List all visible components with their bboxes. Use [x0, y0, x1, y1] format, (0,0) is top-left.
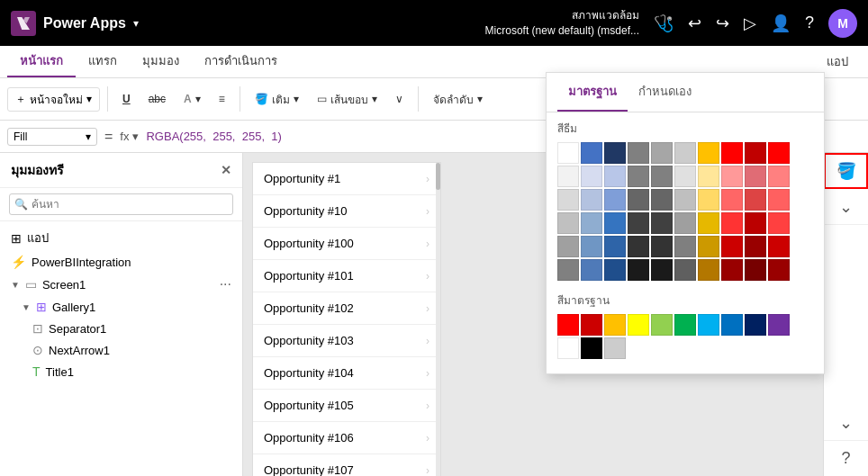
color-swatch[interactable]	[628, 189, 649, 211]
color-swatch[interactable]	[581, 212, 602, 234]
color-swatch[interactable]	[557, 337, 579, 359]
tree-search-input[interactable]	[9, 193, 233, 215]
color-swatch[interactable]	[557, 189, 579, 211]
color-swatch[interactable]	[628, 166, 649, 187]
color-swatch[interactable]	[651, 166, 673, 187]
tree-item-app[interactable]: ⊞ แอป	[0, 225, 242, 251]
scrollbar-thumb[interactable]	[436, 163, 440, 190]
align-button[interactable]: abc	[141, 90, 173, 108]
color-swatch[interactable]	[745, 189, 766, 211]
tree-item-pbi[interactable]: ⚡ PowerBIIntegration	[0, 251, 242, 273]
color-tab-standard[interactable]: มาตรฐาน	[557, 73, 628, 112]
chevron-down-right-icon[interactable]: ⌄	[824, 189, 868, 225]
color-swatch[interactable]	[604, 314, 626, 336]
tab-view[interactable]: มุมมอง	[130, 46, 192, 77]
tree-item-separator1[interactable]: ⊡ Separator1	[0, 318, 242, 339]
tab-home[interactable]: หน้าแรก	[7, 46, 76, 77]
app-logo[interactable]: Power Apps ▾	[11, 11, 139, 36]
color-swatch[interactable]	[768, 189, 790, 211]
avatar[interactable]: M	[828, 9, 857, 38]
color-swatch[interactable]	[651, 142, 673, 164]
color-swatch[interactable]	[745, 259, 766, 281]
color-swatch[interactable]	[581, 166, 602, 187]
color-swatch[interactable]	[581, 337, 602, 359]
tab-insert[interactable]: แทรก	[76, 46, 130, 77]
tab-action[interactable]: การดำเนินการ	[192, 46, 290, 77]
screen1-dots-menu[interactable]: ···	[220, 276, 231, 292]
color-swatch[interactable]	[651, 314, 673, 336]
list-item[interactable]: Opportunity #1›	[253, 163, 440, 195]
color-swatch[interactable]	[628, 259, 649, 281]
color-swatch[interactable]	[604, 236, 626, 257]
color-swatch[interactable]	[557, 236, 579, 257]
color-swatch[interactable]	[557, 142, 579, 164]
color-swatch[interactable]	[604, 189, 626, 211]
color-swatch[interactable]	[698, 189, 719, 211]
align-text-button[interactable]: ≡	[212, 90, 232, 108]
tree-item-screen1[interactable]: ▼ ▭ Screen1 ···	[0, 273, 242, 296]
color-swatch[interactable]	[674, 314, 696, 336]
list-item[interactable]: Opportunity #107›	[253, 454, 440, 476]
color-swatch[interactable]	[721, 212, 743, 234]
color-swatch[interactable]	[581, 314, 602, 336]
color-swatch[interactable]	[674, 166, 696, 187]
run-icon[interactable]: ▷	[744, 13, 756, 33]
color-swatch[interactable]	[651, 259, 673, 281]
color-swatch[interactable]	[745, 142, 766, 164]
color-swatch[interactable]	[745, 314, 766, 336]
collapse-bottom-icon[interactable]: ⌄	[824, 405, 868, 441]
color-swatch[interactable]	[721, 189, 743, 211]
color-swatch[interactable]	[628, 314, 649, 336]
more-button[interactable]: ∨	[388, 90, 411, 108]
redo-icon[interactable]: ↪	[716, 13, 729, 33]
color-swatch[interactable]	[768, 166, 790, 187]
color-swatch[interactable]	[581, 259, 602, 281]
color-swatch[interactable]	[674, 142, 696, 164]
tree-item-gallery1[interactable]: ▼ ⊞ Gallery1	[0, 296, 242, 318]
list-item[interactable]: Opportunity #10›	[253, 195, 440, 228]
color-swatch[interactable]	[604, 166, 626, 187]
list-item[interactable]: Opportunity #105›	[253, 390, 440, 422]
color-tab-custom[interactable]: กำหนดเอง	[628, 73, 702, 112]
border-button[interactable]: ▭ เส้นขอบ ▾	[310, 88, 384, 111]
user-icon[interactable]: 👤	[771, 13, 791, 33]
color-swatch[interactable]	[628, 236, 649, 257]
fill-button[interactable]: 🪣 เติม ▾	[248, 88, 306, 111]
color-swatch[interactable]	[721, 259, 743, 281]
help-icon[interactable]: ?	[805, 13, 814, 32]
color-swatch[interactable]	[721, 236, 743, 257]
list-item[interactable]: Opportunity #102›	[253, 292, 440, 325]
list-item[interactable]: Opportunity #101›	[253, 260, 440, 292]
undo-icon[interactable]: ↩	[688, 13, 701, 33]
fill-color-button[interactable]: 🪣	[824, 153, 868, 189]
color-swatch[interactable]	[674, 189, 696, 211]
color-swatch[interactable]	[768, 259, 790, 281]
color-swatch[interactable]	[674, 259, 696, 281]
chevron-down-icon[interactable]: ▾	[133, 17, 139, 30]
list-item[interactable]: Opportunity #103›	[253, 325, 440, 357]
color-swatch[interactable]	[581, 189, 602, 211]
color-swatch[interactable]	[745, 236, 766, 257]
color-swatch[interactable]	[721, 314, 743, 336]
color-swatch[interactable]	[721, 142, 743, 164]
color-swatch[interactable]	[721, 166, 743, 187]
color-swatch[interactable]	[581, 142, 602, 164]
help-right-icon[interactable]: ?	[824, 441, 868, 476]
color-swatch[interactable]	[674, 212, 696, 234]
health-icon[interactable]: 🩺	[654, 13, 674, 33]
color-swatch[interactable]	[674, 236, 696, 257]
color-swatch[interactable]	[698, 314, 719, 336]
color-swatch[interactable]	[628, 212, 649, 234]
color-swatch[interactable]	[628, 142, 649, 164]
color-swatch[interactable]	[698, 259, 719, 281]
color-swatch[interactable]	[768, 314, 790, 336]
color-swatch[interactable]	[557, 212, 579, 234]
color-swatch[interactable]	[768, 236, 790, 257]
color-swatch[interactable]	[604, 337, 626, 359]
tree-item-nextarrow1[interactable]: ⊙ NextArrow1	[0, 339, 242, 361]
color-swatch[interactable]	[557, 259, 579, 281]
color-swatch[interactable]	[557, 314, 579, 336]
underline-button[interactable]: U	[115, 90, 138, 108]
color-swatch[interactable]	[768, 142, 790, 164]
font-button[interactable]: A ▾	[176, 90, 208, 108]
